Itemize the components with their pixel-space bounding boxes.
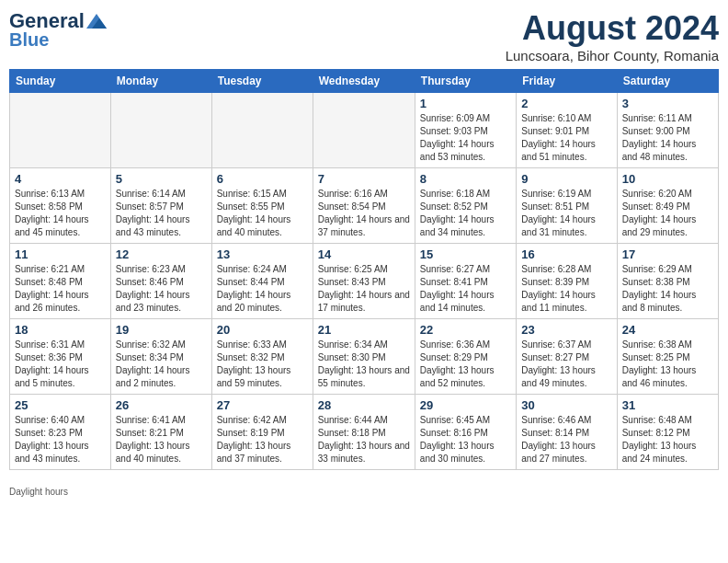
day-number: 1 — [420, 97, 511, 110]
col-header-sunday: Sunday — [10, 70, 111, 93]
day-cell: 23Sunrise: 6:37 AMSunset: 8:27 PMDayligh… — [517, 319, 617, 395]
day-info: Sunrise: 6:48 AMSunset: 8:12 PMDaylight:… — [622, 414, 713, 465]
day-info: Sunrise: 6:29 AMSunset: 8:38 PMDaylight:… — [622, 263, 713, 315]
day-cell: 31Sunrise: 6:48 AMSunset: 8:12 PMDayligh… — [617, 395, 718, 470]
col-header-friday: Friday — [517, 70, 617, 93]
day-info: Sunrise: 6:27 AMSunset: 8:41 PMDaylight:… — [420, 263, 511, 315]
day-info: Sunrise: 6:18 AMSunset: 8:52 PMDaylight:… — [420, 188, 511, 239]
day-info: Sunrise: 6:09 AMSunset: 9:03 PMDaylight:… — [420, 112, 511, 164]
col-header-monday: Monday — [110, 70, 211, 93]
day-number: 22 — [420, 323, 511, 337]
day-info: Sunrise: 6:36 AMSunset: 8:29 PMDaylight:… — [420, 339, 511, 390]
day-number: 5 — [116, 172, 207, 186]
week-row-5: 25Sunrise: 6:40 AMSunset: 8:23 PMDayligh… — [10, 395, 719, 470]
day-cell: 29Sunrise: 6:45 AMSunset: 8:16 PMDayligh… — [415, 395, 516, 470]
day-info: Sunrise: 6:14 AMSunset: 8:57 PMDaylight:… — [116, 188, 207, 239]
day-cell: 12Sunrise: 6:23 AMSunset: 8:46 PMDayligh… — [110, 244, 211, 319]
day-number: 24 — [622, 323, 713, 337]
day-cell: 9Sunrise: 6:19 AMSunset: 8:51 PMDaylight… — [517, 168, 617, 244]
day-cell: 30Sunrise: 6:46 AMSunset: 8:14 PMDayligh… — [517, 395, 617, 470]
day-cell: 5Sunrise: 6:14 AMSunset: 8:57 PMDaylight… — [110, 168, 211, 244]
day-info: Sunrise: 6:16 AMSunset: 8:54 PMDaylight:… — [318, 188, 410, 239]
day-info: Sunrise: 6:33 AMSunset: 8:32 PMDaylight:… — [217, 339, 308, 390]
day-cell: 22Sunrise: 6:36 AMSunset: 8:29 PMDayligh… — [415, 319, 516, 395]
day-number: 20 — [217, 323, 308, 337]
day-info: Sunrise: 6:34 AMSunset: 8:30 PMDaylight:… — [318, 339, 410, 390]
day-cell: 13Sunrise: 6:24 AMSunset: 8:44 PMDayligh… — [211, 244, 313, 319]
day-cell: 10Sunrise: 6:20 AMSunset: 8:49 PMDayligh… — [617, 168, 718, 244]
day-info: Sunrise: 6:32 AMSunset: 8:34 PMDaylight:… — [116, 339, 207, 390]
day-info: Sunrise: 6:25 AMSunset: 8:43 PMDaylight:… — [318, 263, 410, 315]
title-area: August 2024 Luncsoara, Bihor County, Rom… — [506, 9, 719, 63]
day-cell — [110, 93, 211, 168]
day-number: 13 — [217, 247, 308, 261]
day-info: Sunrise: 6:23 AMSunset: 8:46 PMDaylight:… — [116, 263, 207, 315]
month-title: August 2024 — [506, 9, 719, 48]
day-info: Sunrise: 6:45 AMSunset: 8:16 PMDaylight:… — [420, 414, 511, 465]
day-number: 12 — [116, 247, 207, 261]
subtitle: Luncsoara, Bihor County, Romania — [506, 48, 719, 63]
day-cell: 4Sunrise: 6:13 AMSunset: 8:58 PMDaylight… — [10, 168, 111, 244]
day-cell — [10, 93, 111, 168]
calendar: SundayMondayTuesdayWednesdayThursdayFrid… — [9, 69, 719, 470]
day-number: 8 — [420, 172, 511, 186]
day-number: 7 — [318, 172, 410, 186]
week-row-3: 11Sunrise: 6:21 AMSunset: 8:48 PMDayligh… — [10, 244, 719, 319]
day-cell — [313, 93, 415, 168]
day-cell: 16Sunrise: 6:28 AMSunset: 8:39 PMDayligh… — [517, 244, 617, 319]
daylight-note: Daylight hours — [9, 483, 719, 497]
day-cell: 15Sunrise: 6:27 AMSunset: 8:41 PMDayligh… — [415, 244, 516, 319]
day-info: Sunrise: 6:24 AMSunset: 8:44 PMDaylight:… — [217, 263, 308, 315]
day-number: 17 — [622, 247, 713, 261]
col-header-tuesday: Tuesday — [211, 70, 313, 93]
day-cell: 19Sunrise: 6:32 AMSunset: 8:34 PMDayligh… — [110, 319, 211, 395]
day-info: Sunrise: 6:10 AMSunset: 9:01 PMDaylight:… — [521, 112, 611, 164]
day-cell: 28Sunrise: 6:44 AMSunset: 8:18 PMDayligh… — [313, 395, 415, 470]
day-cell: 14Sunrise: 6:25 AMSunset: 8:43 PMDayligh… — [313, 244, 415, 319]
day-cell: 21Sunrise: 6:34 AMSunset: 8:30 PMDayligh… — [313, 319, 415, 395]
day-number: 2 — [521, 97, 611, 110]
day-number: 26 — [116, 398, 207, 412]
day-cell: 8Sunrise: 6:18 AMSunset: 8:52 PMDaylight… — [415, 168, 516, 244]
day-number: 3 — [622, 97, 713, 110]
logo-icon — [86, 14, 107, 29]
day-number: 28 — [318, 398, 410, 412]
day-info: Sunrise: 6:44 AMSunset: 8:18 PMDaylight:… — [318, 414, 410, 465]
day-info: Sunrise: 6:19 AMSunset: 8:51 PMDaylight:… — [521, 188, 611, 239]
day-cell: 27Sunrise: 6:42 AMSunset: 8:19 PMDayligh… — [211, 395, 313, 470]
day-number: 10 — [622, 172, 713, 186]
day-cell: 1Sunrise: 6:09 AMSunset: 9:03 PMDaylight… — [415, 93, 516, 168]
logo: General Blue — [9, 9, 108, 51]
day-cell: 6Sunrise: 6:15 AMSunset: 8:55 PMDaylight… — [211, 168, 313, 244]
day-info: Sunrise: 6:28 AMSunset: 8:39 PMDaylight:… — [521, 263, 611, 315]
header: General Blue August 2024 Luncsoara, Biho… — [9, 9, 719, 63]
day-cell: 17Sunrise: 6:29 AMSunset: 8:38 PMDayligh… — [617, 244, 718, 319]
week-row-4: 18Sunrise: 6:31 AMSunset: 8:36 PMDayligh… — [10, 319, 719, 395]
day-number: 18 — [15, 323, 106, 337]
day-number: 4 — [15, 172, 106, 186]
day-cell: 7Sunrise: 6:16 AMSunset: 8:54 PMDaylight… — [313, 168, 415, 244]
day-cell — [211, 93, 313, 168]
week-row-2: 4Sunrise: 6:13 AMSunset: 8:58 PMDaylight… — [10, 168, 719, 244]
col-header-thursday: Thursday — [415, 70, 516, 93]
logo-blue: Blue — [9, 29, 49, 51]
day-cell: 11Sunrise: 6:21 AMSunset: 8:48 PMDayligh… — [10, 244, 111, 319]
day-info: Sunrise: 6:11 AMSunset: 9:00 PMDaylight:… — [622, 112, 713, 164]
week-row-1: 1Sunrise: 6:09 AMSunset: 9:03 PMDaylight… — [10, 93, 719, 168]
day-cell: 25Sunrise: 6:40 AMSunset: 8:23 PMDayligh… — [10, 395, 111, 470]
day-number: 14 — [318, 247, 410, 261]
day-info: Sunrise: 6:21 AMSunset: 8:48 PMDaylight:… — [15, 263, 106, 315]
day-info: Sunrise: 6:38 AMSunset: 8:25 PMDaylight:… — [622, 339, 713, 390]
day-number: 29 — [420, 398, 511, 412]
day-info: Sunrise: 6:40 AMSunset: 8:23 PMDaylight:… — [15, 414, 106, 465]
day-number: 19 — [116, 323, 207, 337]
day-info: Sunrise: 6:31 AMSunset: 8:36 PMDaylight:… — [15, 339, 106, 390]
day-info: Sunrise: 6:20 AMSunset: 8:49 PMDaylight:… — [622, 188, 713, 239]
col-header-saturday: Saturday — [617, 70, 718, 93]
day-cell: 20Sunrise: 6:33 AMSunset: 8:32 PMDayligh… — [211, 319, 313, 395]
day-number: 25 — [15, 398, 106, 412]
day-number: 9 — [521, 172, 611, 186]
day-number: 27 — [217, 398, 308, 412]
day-number: 23 — [521, 323, 611, 337]
day-number: 31 — [622, 398, 713, 412]
